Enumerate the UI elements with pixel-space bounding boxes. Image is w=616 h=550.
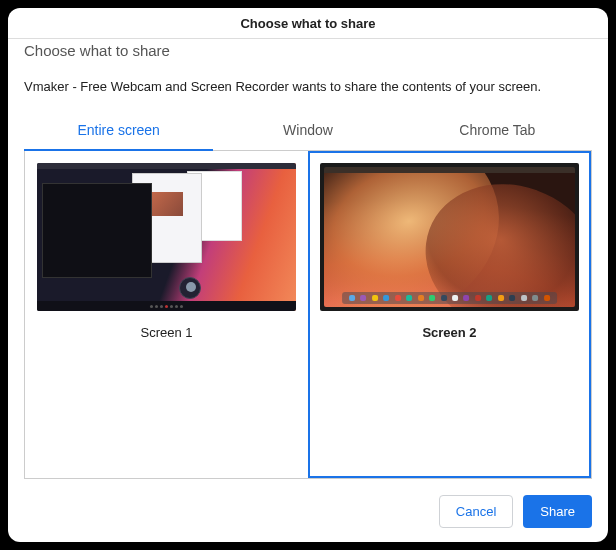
share-description: Vmaker - Free Webcam and Screen Recorder… <box>8 59 608 98</box>
dialog-titlebar: Choose what to share <box>8 8 608 38</box>
screen-list: Screen 1 <box>24 151 592 479</box>
share-button-label: Share <box>540 504 575 519</box>
dialog-footer: Cancel Share <box>8 479 608 542</box>
share-dialog: Choose what to share Choose what to shar… <box>8 8 608 542</box>
page-heading-truncated: Choose what to share <box>8 38 608 59</box>
cancel-button-label: Cancel <box>456 504 496 519</box>
cancel-button[interactable]: Cancel <box>439 495 513 528</box>
screen-2-thumbnail <box>314 157 585 317</box>
screen-option-1[interactable]: Screen 1 <box>25 151 308 478</box>
screen-1-label: Screen 1 <box>140 325 192 340</box>
tab-window[interactable]: Window <box>213 112 402 150</box>
share-button[interactable]: Share <box>523 495 592 528</box>
screen-2-label: Screen 2 <box>422 325 476 340</box>
tab-entire-screen[interactable]: Entire screen <box>24 112 213 150</box>
tab-label: Window <box>283 122 333 138</box>
tab-chrome-tab[interactable]: Chrome Tab <box>403 112 592 150</box>
dialog-body: Choose what to share Vmaker - Free Webca… <box>8 38 608 542</box>
source-tabs: Entire screen Window Chrome Tab <box>24 112 592 151</box>
tab-label: Chrome Tab <box>459 122 535 138</box>
screen-1-thumbnail <box>31 157 302 317</box>
dialog-title: Choose what to share <box>240 16 375 31</box>
tab-label: Entire screen <box>77 122 159 138</box>
screen-option-2[interactable]: Screen 2 <box>308 151 591 478</box>
